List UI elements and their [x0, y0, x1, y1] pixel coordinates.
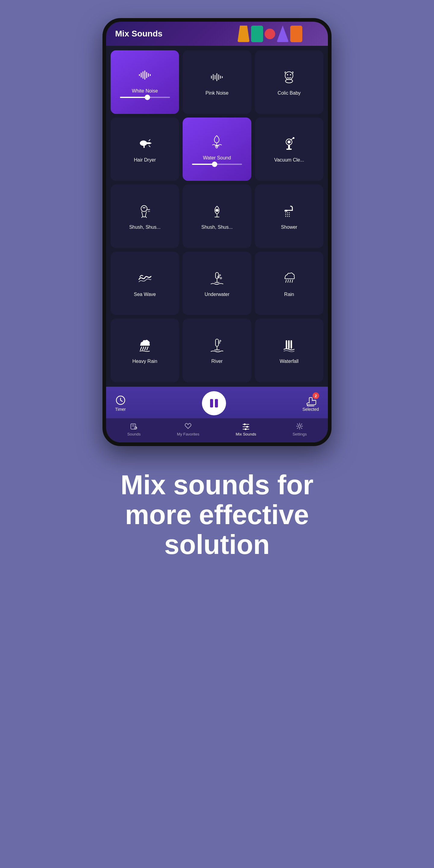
sounds-grid: White Noise [106, 46, 328, 387]
svg-rect-62 [288, 340, 290, 349]
svg-point-26 [287, 141, 290, 144]
nav-mix-sounds[interactable]: Mix Sounds [236, 422, 256, 436]
svg-point-35 [216, 209, 218, 212]
white-noise-label: White Noise [132, 88, 158, 94]
svg-point-45 [289, 216, 290, 217]
sound-card-underwater[interactable]: Underwater [183, 252, 251, 315]
shush1-label: Shush, Shus... [129, 224, 161, 230]
favorites-nav-label: My Favorites [177, 432, 199, 436]
sound-card-shush2[interactable]: Shush, Shus... [183, 184, 251, 248]
svg-line-66 [121, 400, 122, 401]
sound-card-rain[interactable]: Rain [255, 252, 323, 315]
colic-baby-icon [281, 70, 297, 87]
white-noise-icon [137, 67, 153, 85]
svg-point-29 [293, 137, 294, 139]
svg-point-48 [219, 275, 221, 276]
svg-rect-20 [144, 145, 145, 148]
svg-line-53 [292, 280, 293, 282]
deco-5 [290, 26, 302, 42]
deco-3 [265, 29, 275, 39]
svg-rect-6 [150, 74, 151, 76]
svg-rect-1 [141, 73, 142, 78]
nav-settings[interactable]: Settings [293, 422, 307, 436]
svg-point-42 [289, 214, 290, 215]
river-icon [210, 338, 224, 355]
svg-point-60 [220, 340, 221, 341]
svg-point-24 [216, 146, 218, 148]
svg-rect-8 [213, 74, 214, 80]
svg-rect-4 [146, 72, 147, 78]
sound-card-shush1[interactable]: Shush, Shus... [111, 184, 179, 248]
sound-card-colic-baby[interactable]: Colic Baby [255, 50, 323, 114]
sound-card-vacuum-cleaner[interactable]: Vacuum Cle... [255, 118, 323, 181]
svg-rect-2 [143, 71, 144, 79]
svg-point-18 [140, 141, 147, 146]
svg-point-16 [290, 74, 291, 75]
svg-rect-34 [148, 211, 150, 212]
water-sound-label: Water Sound [203, 155, 231, 161]
svg-rect-28 [286, 149, 292, 150]
svg-point-15 [287, 74, 288, 75]
sound-card-hair-dryer[interactable]: Hair Dryer [111, 118, 179, 181]
svg-point-41 [287, 214, 288, 215]
svg-rect-36 [284, 210, 287, 212]
svg-rect-11 [218, 74, 219, 80]
sea-wave-icon [137, 271, 153, 288]
sound-card-white-noise[interactable]: White Noise [111, 50, 179, 114]
header-decorations [238, 22, 328, 46]
svg-line-50 [286, 280, 286, 282]
svg-point-38 [287, 212, 288, 213]
settings-nav-label: Settings [293, 432, 307, 436]
player-bar: Timer 2 Selected [106, 387, 328, 418]
nav-favorites[interactable]: My Favorites [177, 422, 199, 436]
pause-button[interactable] [202, 391, 226, 415]
tagline-text: Mix sounds for more effective solution [121, 470, 313, 560]
svg-point-31 [143, 207, 144, 208]
tagline-section: Mix sounds for more effective solution [96, 446, 338, 560]
hair-dryer-icon [137, 136, 153, 154]
sound-card-pink-noise[interactable]: Pink Noise [183, 50, 251, 114]
sound-card-waterfall[interactable]: Waterfall [255, 318, 323, 382]
mix-sounds-nav-icon [242, 422, 250, 430]
sound-card-heavy-rain[interactable]: Heavy Rain [111, 318, 179, 382]
water-sound-slider[interactable] [192, 164, 242, 165]
svg-line-56 [145, 347, 146, 350]
deco-4 [277, 26, 289, 42]
heavy-rain-label: Heavy Rain [132, 359, 157, 364]
svg-line-55 [143, 347, 144, 350]
nav-sounds[interactable]: Sounds [127, 422, 141, 436]
river-label: River [211, 359, 222, 364]
svg-rect-67 [131, 424, 135, 429]
svg-point-49 [220, 277, 221, 279]
svg-point-74 [245, 428, 247, 430]
tagline-line3: solution [164, 530, 270, 560]
selected-count: 2 [313, 393, 319, 399]
shush2-label: Shush, Shus... [201, 224, 233, 230]
timer-label: Timer [115, 407, 126, 412]
sound-card-river[interactable]: River [183, 318, 251, 382]
svg-point-59 [218, 342, 220, 344]
svg-rect-3 [144, 70, 145, 80]
shush1-icon [137, 204, 153, 221]
tagline-line2: more effective [125, 500, 309, 530]
white-noise-slider[interactable] [120, 97, 170, 98]
selected-badge-container[interactable]: 2 Selected [303, 395, 319, 412]
svg-line-57 [147, 347, 148, 350]
pink-noise-label: Pink Noise [206, 90, 228, 96]
sound-card-water-sound[interactable]: Water Sound [183, 118, 251, 181]
sound-card-sea-wave[interactable]: Sea Wave [111, 252, 179, 315]
sound-card-shower[interactable]: Shower [255, 184, 323, 248]
heavy-rain-icon [137, 338, 153, 355]
svg-rect-5 [148, 73, 149, 77]
hair-dryer-label: Hair Dryer [134, 157, 156, 163]
tagline-line1: Mix sounds for [121, 470, 313, 500]
shower-icon [281, 204, 297, 221]
mix-sounds-nav-label: Mix Sounds [236, 432, 256, 436]
waterfall-label: Waterfall [280, 359, 299, 364]
svg-line-51 [288, 280, 288, 282]
player-timer[interactable]: Timer [115, 395, 126, 412]
svg-point-43 [285, 216, 286, 217]
svg-point-32 [144, 207, 145, 208]
svg-point-72 [246, 426, 248, 428]
svg-line-54 [141, 347, 142, 350]
